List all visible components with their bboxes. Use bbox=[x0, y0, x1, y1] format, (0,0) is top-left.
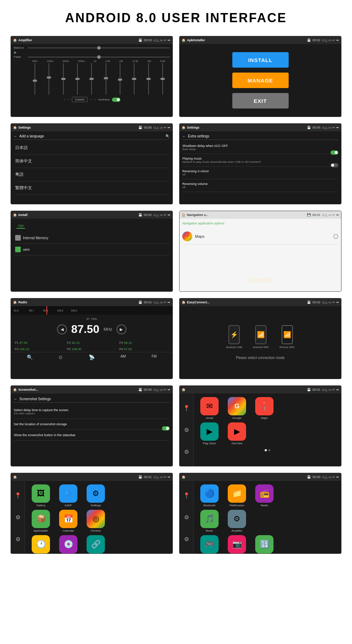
home-icon[interactable]: 🏠 bbox=[182, 38, 186, 42]
iphone-wifi-option[interactable]: 📶 iPhone WiFi bbox=[279, 325, 295, 349]
reversing-xmirror-sub: off bbox=[182, 173, 338, 176]
preset-p3[interactable]: P3 98.10 bbox=[118, 340, 170, 346]
language-item-simplified-chinese[interactable]: 简体中文 bbox=[14, 155, 170, 168]
fader-slider[interactable] bbox=[28, 57, 170, 57]
amp-speaker-row: 🔈 bbox=[14, 51, 170, 54]
home-icon[interactable]: 🏠 bbox=[13, 126, 17, 129]
amplifier-screen: 🏠 Amplifier 💾 00:03 ◁ △ ▭ ↩ ➡ Balance 🔈 … bbox=[11, 36, 173, 117]
apkinstaller-app[interactable]: 📦 ApkInstaller bbox=[29, 510, 53, 532]
screenshot-grid: 🏠 Amplifier 💾 00:03 ◁ △ ▭ ↩ ➡ Balance 🔈 … bbox=[0, 32, 352, 564]
language-item-japanese[interactable]: 日本語 bbox=[14, 141, 170, 155]
language-item-cantonese[interactable]: 粤語 bbox=[14, 168, 170, 181]
internal-memory-item[interactable]: Internal Memory bbox=[14, 232, 170, 244]
android-wifi-option[interactable]: 📶 Android WiFi bbox=[253, 325, 269, 349]
calendar-app[interactable]: 📅 Calendar bbox=[56, 510, 81, 532]
preset-p1[interactable]: P1 87.50 bbox=[14, 340, 65, 346]
home-icon[interactable]: 🏠 bbox=[13, 213, 17, 217]
eq-slider-500hz[interactable] bbox=[74, 63, 81, 95]
maps-radio-button[interactable] bbox=[333, 234, 338, 239]
eq-custom-button[interactable]: Custom bbox=[72, 97, 88, 102]
home-icon[interactable]: 🏠 bbox=[182, 213, 186, 217]
radio-am-button[interactable]: AM bbox=[120, 354, 126, 360]
playing-music-toggle[interactable] bbox=[331, 150, 338, 155]
radio-app[interactable]: 📻 Radio bbox=[252, 484, 277, 507]
preset-p6[interactable]: P6 87.50 bbox=[118, 346, 170, 352]
playstore-app[interactable]: ▶ Play Store bbox=[197, 422, 222, 445]
android-wifi-label: Android WiFi bbox=[253, 346, 269, 349]
install-button[interactable]: INSTALL bbox=[232, 52, 289, 68]
radio-scan-icon[interactable]: ⊙ bbox=[58, 354, 63, 360]
loudness-toggle[interactable] bbox=[112, 98, 120, 102]
manage-button[interactable]: MANAGE bbox=[232, 73, 289, 88]
install-app-tab[interactable]: App bbox=[17, 223, 25, 229]
save-icon: 💾 bbox=[138, 38, 142, 42]
bluetooth-label: Bluetooth bbox=[203, 504, 215, 507]
a2dp-label: A2DP bbox=[65, 504, 72, 507]
maps-option-row[interactable]: 📍 Maps bbox=[182, 229, 338, 244]
reversing-xmirror-toggle[interactable] bbox=[331, 163, 338, 167]
calculator-app[interactable]: 🔢 Calculator bbox=[252, 535, 277, 554]
amplifier-app[interactable]: ⚙ Amplifier bbox=[225, 510, 249, 532]
balance-slider[interactable] bbox=[28, 48, 170, 48]
music-app[interactable]: 🎵 Music bbox=[197, 510, 222, 532]
eq-slider-15k[interactable] bbox=[145, 63, 152, 95]
eq-slider-200hz[interactable] bbox=[60, 63, 67, 95]
radio-fm-button[interactable]: FM bbox=[152, 354, 157, 360]
radio-antenna-icon[interactable]: 📡 bbox=[89, 354, 95, 360]
home-icon[interactable]: 🏠 bbox=[13, 388, 17, 391]
preset-p5[interactable]: P5 108.00 bbox=[66, 346, 117, 352]
eq-slider-2k5[interactable] bbox=[103, 63, 109, 95]
settings-extra-content: ← Extra settings Shutdown delay when ACC… bbox=[180, 131, 341, 193]
android-usb-option[interactable]: ⚡ Android USB bbox=[226, 325, 242, 349]
balance-thumb[interactable] bbox=[97, 46, 101, 50]
clock-icon: 🕐 bbox=[32, 535, 50, 553]
nav-app-options-label: Navigation application options bbox=[182, 222, 338, 225]
eq-slider-sub[interactable] bbox=[159, 63, 166, 95]
back-arrow[interactable]: ← bbox=[14, 134, 17, 138]
home-icon[interactable]: 🏠 bbox=[182, 126, 186, 129]
usb-icon: ⚡ bbox=[230, 331, 238, 339]
home-icon[interactable]: 🏠 bbox=[13, 38, 17, 42]
easyconnect-app[interactable]: 🔗 EasyConnect bbox=[83, 535, 108, 554]
google-app[interactable]: G Google bbox=[225, 397, 249, 420]
playing-music-item: Playing music Allowed to play music auto… bbox=[182, 154, 338, 167]
youtube-app[interactable]: ▶ YouTube bbox=[225, 422, 249, 445]
eq-slider-60hz[interactable] bbox=[32, 63, 38, 95]
gmail-label: Gmail bbox=[206, 416, 213, 420]
radio-search-icon[interactable]: 🔍 bbox=[27, 354, 33, 360]
filebrowser-app[interactable]: 📁 FileBrowser bbox=[225, 484, 249, 507]
preset-p2[interactable]: P2 90.10 bbox=[66, 340, 117, 346]
language-item-traditional-chinese[interactable]: 繁體中文 bbox=[14, 181, 170, 195]
eq-slider-10k[interactable] bbox=[117, 63, 123, 95]
home-icon[interactable]: 🏠 bbox=[182, 301, 186, 304]
gmail-app[interactable]: ✉ Gmail bbox=[197, 397, 222, 420]
settings-app[interactable]: ⚙ Settings bbox=[83, 484, 108, 507]
eq-slider-12k5[interactable] bbox=[131, 63, 137, 95]
search-icon[interactable]: 🔍 bbox=[165, 134, 170, 138]
oem-item[interactable]: oem bbox=[14, 244, 170, 255]
home-icon[interactable]: 🏠 bbox=[182, 475, 186, 479]
screenshot-statusbar-toggle[interactable] bbox=[162, 426, 170, 431]
bluetooth-app[interactable]: 🔵 Bluetooth bbox=[197, 484, 222, 507]
fader-thumb[interactable] bbox=[97, 55, 101, 59]
back-arrow[interactable]: ← bbox=[14, 397, 17, 401]
clock-app[interactable]: 🕐 Clock bbox=[29, 535, 53, 554]
eq-slider-100hz[interactable] bbox=[46, 63, 52, 95]
preset-p4[interactable]: P4 106.10 bbox=[14, 346, 65, 352]
gallery-app[interactable]: 🖼 Gallery bbox=[29, 484, 53, 507]
home-icon[interactable]: 🏠 bbox=[13, 475, 17, 479]
radio-next-button[interactable]: ▶ bbox=[117, 324, 126, 334]
screenshot-statusbar-item: Show the screenshot button in the status… bbox=[14, 430, 170, 441]
exit-button[interactable]: EXIT bbox=[232, 93, 289, 109]
home-icon[interactable]: 🏠 bbox=[13, 301, 17, 304]
eq-slider-1k[interactable] bbox=[88, 63, 95, 95]
a2dp-app[interactable]: 🔷 A2DP bbox=[56, 484, 81, 507]
radio-prev-button[interactable]: ◀ bbox=[57, 324, 67, 334]
maps-app[interactable]: 📍 Maps bbox=[252, 397, 277, 420]
home-icon[interactable]: 🏠 bbox=[182, 388, 186, 391]
back-arrow[interactable]: ← bbox=[182, 134, 186, 138]
wheelkey-app[interactable]: 🎮 Wheelkey S... bbox=[197, 535, 222, 554]
avin-app[interactable]: 📷 AVIN bbox=[225, 535, 249, 554]
dvd-app[interactable]: 💿 DVD bbox=[56, 535, 81, 554]
chrome-app[interactable]: ◎ Chrome bbox=[83, 510, 108, 532]
